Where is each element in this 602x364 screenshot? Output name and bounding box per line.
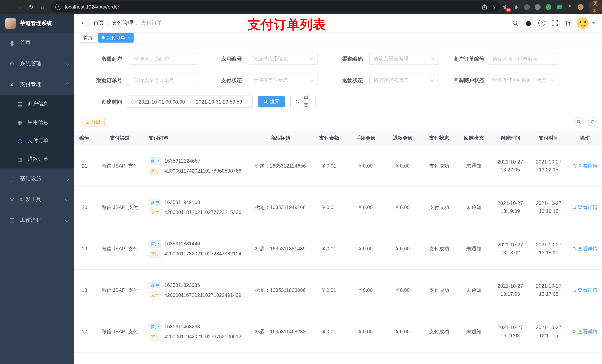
sidebar-item-workflow[interactable]: ◫ 工作流程 [0,210,74,230]
extension-circle-icon-1[interactable] [524,4,530,10]
page-body: 所属商户 应用编号 请选择应用信息 渠道编码 请输入渠道编码 商户订单编号 [74,43,602,364]
extension-pin-icon[interactable] [567,4,573,10]
cell-notify: 未通知 [457,245,491,252]
cell-fee: ¥ 0.00 [347,204,384,210]
address-bar[interactable]: i localhost:1024/pay/order ☆ [51,1,501,12]
merchant-order-no-field[interactable] [488,52,559,65]
share-icon[interactable] [482,4,487,10]
table-header: 编号 支付渠道 支付订单 商品标题 支付金额 手续金额 退款金额 支付状态 回调… [74,131,602,145]
cell-refund: ¥ 0.00 [384,287,421,293]
refund-status-select[interactable]: 请选择退款状态 [369,74,438,86]
sidebar-item-payment[interactable]: ¥ 支付管理 [0,74,74,95]
cell-no: 18 [74,287,95,293]
toggle-search-button[interactable] [574,117,583,126]
cell-fee: ¥ 0.00 [347,163,384,169]
merchant-select[interactable] [129,52,198,65]
channel-code-select[interactable]: 请输入渠道编码 [369,52,438,65]
bookmark-star-icon[interactable]: ☆ [492,4,496,10]
cell-amount: ¥ 0.01 [311,204,347,210]
avatar-caret-icon[interactable] [592,22,595,24]
notify-status-select[interactable]: 请选择订单回调商户状态 [488,74,559,86]
sidebar-item-pay-order[interactable]: ◎ 支付订单 [0,132,74,150]
sidebar-fold-icon[interactable] [81,20,88,26]
date-end[interactable]: 2021-10-31 23:59:59 [196,99,242,104]
reset-button[interactable]: 重置 [290,96,316,107]
forward-button[interactable]: → [15,2,25,12]
search-button[interactable]: 搜索 [258,96,285,107]
cell-action: 查看详情 [567,162,602,169]
filter-label-channel-order-no: 渠道订单号 [76,77,122,84]
view-detail-link[interactable]: 查看详情 [572,162,598,169]
merchant-order-no-input[interactable] [492,55,555,62]
cell-notify: 未通知 [457,328,491,335]
fullscreen-icon[interactable] [552,20,558,26]
channel-order-no-input[interactable] [133,77,194,83]
date-range-picker[interactable]: 2021-10-01 00:00:00 - 2021-10-31 23:59:5… [127,95,252,108]
table-row: 21 微信 JSAPI 支付 商户 1635312124657 支付 42000… [74,145,602,187]
extension-check-icon[interactable]: ✓ [545,4,552,10]
filter-label-notify-status: 回调商户状态 [439,77,485,84]
filter-label-refund-status: 退款状态 [317,77,363,84]
avatar[interactable] [577,17,589,29]
cell-fee: ¥ 0.00 [347,246,384,251]
refresh-table-button[interactable] [588,117,597,126]
export-button[interactable]: 导出 [81,117,105,127]
top-navbar: 首页 / 支付管理 / 支付订单 支付订单列表 ? [74,14,602,32]
cell-refund: ¥ 0.00 [384,246,421,251]
site-info-icon[interactable]: i [55,4,62,10]
tab-pay-order[interactable]: 支付订单 × [98,33,133,42]
view-detail-link[interactable]: 查看详情 [572,328,598,335]
table-row: 19 微信 JSAPI 支付 商户 1635311881440 支付 42000… [74,228,602,270]
home-button[interactable]: ⌂ [38,2,48,12]
extension-monkey-icon[interactable] [577,4,584,10]
sidebar-item-home[interactable]: ◉ 首页 [0,32,74,53]
view-detail-link[interactable]: 查看详情 [572,245,598,252]
filter-label-merchant-order-no: 商户订单编号 [439,56,485,62]
orders-table: 编号 支付渠道 支付订单 商品标题 支付金额 手续金额 退款金额 支付状态 回调… [74,131,602,364]
sidebar-item-devtools[interactable]: ⚒ 研发工具 [0,189,74,210]
merchant-tag: 商户 [149,198,161,207]
sidebar-item-refund-order[interactable]: ▧ 退款订单 [0,150,74,168]
cell-fee: ¥ 0.00 [347,287,384,293]
tab-home[interactable]: 首页 [80,33,96,42]
extension-circle-icon-2[interactable] [534,4,541,10]
merchant-input[interactable] [133,55,194,62]
sidebar-logo[interactable]: 芋道管理系统 [0,14,74,33]
pay-status-select[interactable]: 请选择支付状态 [249,74,318,86]
view-detail-link[interactable]: 查看详情 [572,287,598,293]
github-icon[interactable] [525,20,532,26]
cell-refund: ¥ 0.00 [384,329,421,334]
app-select[interactable]: 请选择应用信息 [249,52,318,65]
extension-chat-icon[interactable] [556,4,562,10]
cell-no: 17 [74,329,95,334]
cell-channel: 微信 JSAPI 支付 [95,328,145,335]
cell-action: 查看详情 [567,328,602,335]
extension-puzzle-icon[interactable]: 10 [502,4,509,10]
cell-amount: ¥ 0.01 [311,329,347,334]
breadcrumb-payment[interactable]: 支付管理 [112,20,133,26]
close-tab-icon[interactable]: × [127,35,130,40]
sidebar-item-system[interactable]: ⚙ 系统管理 [0,53,74,74]
cell-no: 19 [74,246,95,251]
search-icon[interactable] [512,20,519,26]
reload-button[interactable]: ↻ [26,2,36,12]
url-text[interactable]: localhost:1024/pay/order [65,4,477,10]
gear-icon: ⚙ [9,60,15,67]
pay-tag: 支付 [149,291,161,299]
cell-status: 支付成功 [421,162,457,169]
back-button[interactable]: ← [3,2,13,12]
sidebar-item-merchant-info[interactable]: ▤ 商户信息 [0,95,74,113]
help-icon[interactable]: ? [538,20,545,26]
sidebar-item-app-info[interactable]: ▦ 应用信息 [0,113,74,132]
date-start[interactable]: 2021-10-01 00:00:00 [139,99,185,104]
cell-status: 支付成功 [421,287,457,293]
sidebar-item-infra[interactable]: ▢ 基础设施 [0,168,74,189]
font-size-icon[interactable]: TT [564,20,570,26]
cell-pay-time: 2021-10-2713:11:15 [530,324,567,339]
breadcrumb-current: 支付订单 [141,20,162,26]
breadcrumb-home[interactable]: 首页 [93,20,104,26]
chrome-update-button[interactable]: 更新 [589,0,602,15]
view-detail-link[interactable]: 查看详情 [572,204,598,211]
extension-drop-icon[interactable] [513,4,519,10]
channel-order-no-field[interactable] [129,74,198,86]
